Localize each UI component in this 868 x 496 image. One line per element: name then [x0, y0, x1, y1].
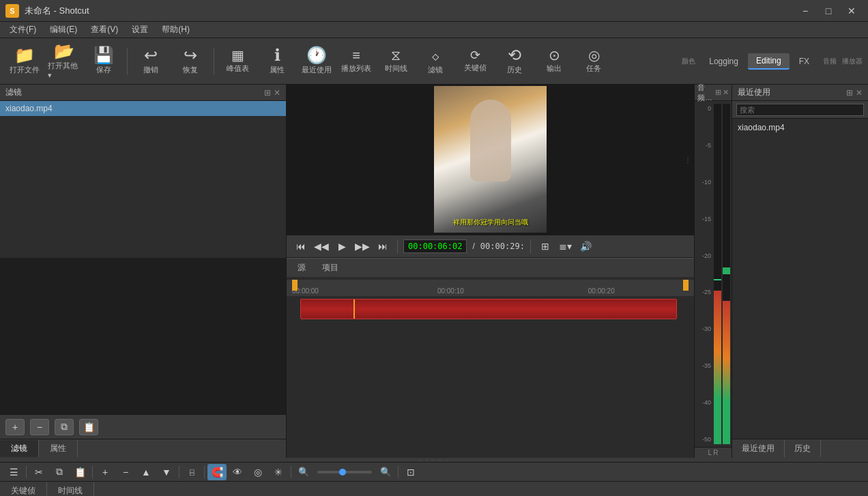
redo-button[interactable]: ↪ 恢复 — [171, 42, 209, 81]
filters-title: 滤镜 — [5, 87, 264, 98]
tl-split-button[interactable]: ⌸ — [182, 464, 201, 480]
play-button[interactable]: ▶ — [333, 237, 351, 255]
grid-menu-button[interactable]: ≣▾ — [557, 237, 575, 255]
jobs-button[interactable]: ◎ 任务 — [575, 42, 613, 81]
audio-meter-header: 音频… ⊞ ✕ — [695, 85, 732, 101]
timecode-slash: / — [472, 242, 474, 251]
tl-ripple-button[interactable]: 👁 — [228, 464, 247, 480]
tl-snap-button[interactable]: 🧲 — [207, 464, 227, 480]
recent-close-icon[interactable]: ✕ — [856, 88, 863, 98]
skip-end-button[interactable]: ⏭ — [374, 237, 392, 255]
filter-copy-button[interactable]: ⧉ — [55, 419, 74, 435]
window-title: 未命名 - Shotcut — [25, 5, 794, 17]
tab-fx[interactable]: FX — [791, 54, 818, 69]
video-clip[interactable] — [300, 299, 677, 319]
close-button[interactable]: ✕ — [841, 4, 863, 18]
filter-item-xiaodao[interactable]: xiaodao.mp4 — [0, 101, 286, 116]
tab-editing[interactable]: Editing — [748, 53, 790, 70]
prev-frame-button[interactable]: ◀◀ — [313, 237, 330, 255]
skip-start-button[interactable]: ⏮ — [292, 237, 310, 255]
center-panel: 祥用那你冠学用向问当哦 ⋮ ⏮ ◀◀ ▶ ▶▶ ⏭ 00:00:06:02 / … — [287, 85, 694, 458]
tl-menu-button[interactable]: ☰ — [4, 464, 23, 480]
tl-center-button[interactable]: ✳ — [269, 464, 288, 480]
audio-bar-right-fill — [723, 301, 730, 444]
tab-recently-used[interactable]: 最近使用 — [732, 440, 785, 457]
menu-edit[interactable]: 编辑(E) — [43, 23, 84, 37]
maximize-button[interactable]: □ — [818, 4, 839, 18]
logging-sublabel: 颜色 — [682, 57, 695, 66]
next-frame-button[interactable]: ▶▶ — [353, 237, 371, 255]
tl-fit-button[interactable]: ⊡ — [401, 464, 420, 480]
toolbar-separator-1 — [127, 48, 128, 75]
playlist-button[interactable]: ≡ 播放列表 — [337, 42, 375, 81]
filters-close-icon[interactable]: ✕ — [274, 88, 280, 98]
filters-label: 滤镜 — [428, 65, 443, 75]
tab-project[interactable]: 项目 — [314, 259, 347, 276]
resize-dots: · · · · · — [419, 456, 448, 464]
minimize-button[interactable]: − — [794, 4, 816, 18]
menu-settings[interactable]: 设置 — [125, 23, 155, 37]
history-button[interactable]: ⟲ 历史 — [495, 42, 534, 81]
filters-button[interactable]: ⬦ 滤镜 — [416, 42, 454, 81]
audio-volume-button[interactable]: 🔊 — [577, 237, 595, 255]
timeline-in-marker — [292, 280, 298, 291]
open-other-button[interactable]: 📂 打开其他▾ — [45, 42, 83, 81]
open-file-button[interactable]: 📁 打开文件 — [5, 42, 44, 81]
tl-zoom-slider[interactable] — [317, 471, 372, 473]
tab-filters[interactable]: 滤镜 — [0, 440, 39, 457]
audio-float-icon[interactable]: ⊞ — [715, 88, 721, 97]
tl-paste-button[interactable]: 📋 — [70, 464, 89, 480]
open-other-label: 打开其他▾ — [48, 61, 81, 80]
tab-source[interactable]: 源 — [289, 259, 314, 276]
tab-keyframes[interactable]: 关键侦 — [0, 482, 47, 496]
menu-file[interactable]: 文件(F) — [3, 23, 43, 37]
tl-copy-button[interactable]: ⧉ — [50, 464, 69, 480]
timeline-button[interactable]: ⧖ 时间线 — [377, 42, 415, 81]
grid-button[interactable]: ⊞ — [536, 237, 554, 255]
audio-bar-left — [714, 104, 721, 444]
audio-close-icon[interactable]: ✕ — [723, 88, 729, 97]
menu-help[interactable]: 帮助(H) — [155, 23, 197, 37]
jobs-icon: ◎ — [588, 48, 600, 62]
export-button[interactable]: ⊙ 输出 — [535, 42, 573, 81]
filter-paste-button[interactable]: 📋 — [79, 419, 98, 435]
tab-history[interactable]: 历史 — [785, 440, 821, 457]
tab-timeline[interactable]: 时间线 — [47, 482, 94, 496]
recent-item-xiaodao[interactable]: xiaodao.mp4 — [732, 119, 868, 136]
tab-properties[interactable]: 属性 — [39, 440, 78, 457]
filters-float-icon[interactable]: ⊞ — [264, 88, 271, 98]
scale-40: -40 — [702, 399, 712, 406]
recent-items-list: xiaodao.mp4 — [732, 119, 868, 136]
preview-resize-handle[interactable]: ⋮ — [684, 156, 691, 163]
tl-add-track-button[interactable]: + — [96, 464, 115, 480]
tl-zoom-out-button[interactable]: 🔍 — [294, 464, 313, 480]
tl-zoom-in-button[interactable]: 🔍 — [376, 464, 395, 480]
recent-float-icon[interactable]: ⊞ — [846, 88, 853, 98]
player-sublabel: 播放器 — [842, 57, 863, 66]
properties-button[interactable]: ℹ 属性 — [258, 42, 296, 81]
timecode-current[interactable]: 00:00:06:02 — [403, 239, 467, 253]
tab-logging[interactable]: Logging — [701, 54, 747, 69]
recent-button[interactable]: 🕐 最近使用 — [298, 42, 336, 81]
filter-remove-button[interactable]: − — [30, 419, 49, 435]
tl-ripple-all-button[interactable]: ◎ — [248, 464, 267, 480]
undo-button[interactable]: ↩ 撤销 — [132, 42, 170, 81]
undo-label: 撤销 — [143, 65, 158, 75]
save-button[interactable]: 💾 保存 — [85, 42, 123, 81]
tl-remove-track-button[interactable]: − — [116, 464, 135, 480]
tl-cut-button[interactable]: ✂ — [29, 464, 48, 480]
timeline-toolbar: ☰ ✂ ⧉ 📋 + − ▲ ▼ ⌸ 🧲 👁 ◎ ✳ 🔍 🔍 ⊡ — [0, 464, 868, 480]
peaks-button[interactable]: ▦ 峰值表 — [218, 42, 257, 81]
recent-search-input[interactable] — [736, 104, 864, 116]
recent-panel-header: 最近使用 ⊞ ✕ — [732, 85, 868, 101]
recent-panel-tabs: 最近使用 历史 — [732, 439, 868, 458]
filter-add-button[interactable]: + — [5, 419, 25, 435]
left-panel-tabs: 滤镜 属性 — [0, 439, 286, 458]
tl-overwrite-button[interactable]: ▼ — [157, 464, 176, 480]
timeline-track[interactable] — [292, 296, 689, 322]
tl-zoom-thumb[interactable] — [339, 469, 346, 476]
keyframes-button[interactable]: ⟳ 关键侦 — [456, 42, 494, 81]
tl-lift-button[interactable]: ▲ — [136, 464, 156, 480]
ruler-label-20: 00:00:20 — [588, 287, 615, 295]
menu-view[interactable]: 查看(V) — [84, 23, 125, 37]
